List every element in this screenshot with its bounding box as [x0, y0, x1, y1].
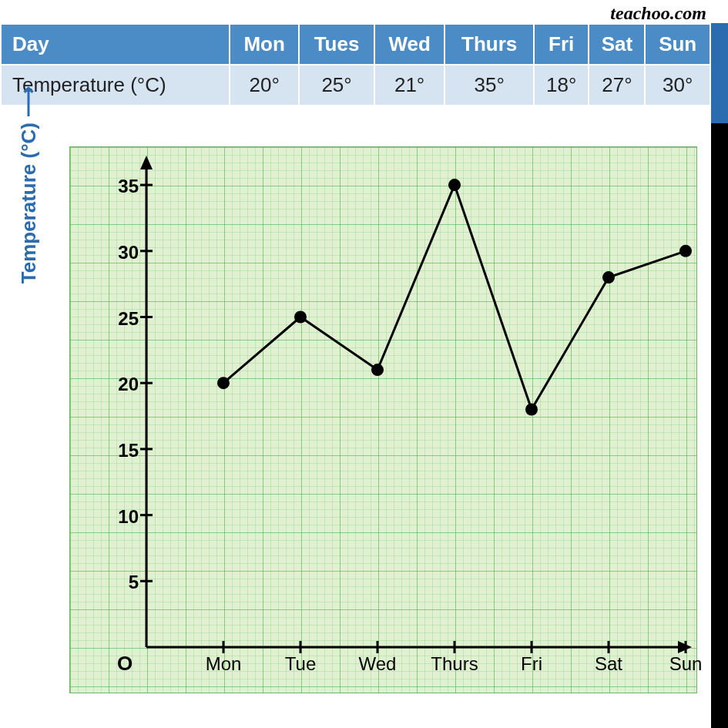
- header-sat: Sat: [589, 24, 645, 65]
- header-sun: Sun: [645, 24, 710, 65]
- svg-point-22: [525, 403, 538, 415]
- cell-wed: 21°: [374, 65, 445, 106]
- x-tick-label: Mon: [193, 653, 254, 675]
- cell-fri: 18°: [534, 65, 589, 106]
- x-tick-label: Thurs: [424, 653, 485, 675]
- svg-point-23: [602, 271, 615, 283]
- y-axis-label: Temperature (°C) ⟶: [15, 69, 41, 300]
- svg-point-24: [679, 245, 692, 257]
- cell-mon: 20°: [230, 65, 299, 106]
- x-tick-label: Tue: [270, 653, 331, 675]
- data-table: Day Mon Tues Wed Thurs Fri Sat Sun Tempe…: [0, 23, 711, 106]
- svg-point-19: [294, 311, 307, 324]
- site-logo: teachoo.com: [610, 3, 706, 24]
- header-thurs: Thurs: [445, 24, 534, 65]
- cell-tues: 25°: [299, 65, 374, 106]
- table-data-row: Temperature (°C) 20° 25° 21° 35° 18° 27°…: [1, 65, 710, 106]
- header-mon: Mon: [230, 24, 299, 65]
- y-tick-label: 35: [108, 176, 139, 197]
- y-tick-label: 30: [108, 242, 139, 263]
- content-area: Day Mon Tues Wed Thurs Fri Sat Sun Tempe…: [0, 23, 711, 106]
- up-arrow-icon: ⟶: [16, 86, 40, 117]
- header-day: Day: [1, 24, 230, 65]
- x-tick-label: Sat: [578, 653, 639, 675]
- x-tick-label: Sun: [655, 653, 716, 675]
- cell-sun: 30°: [645, 65, 710, 106]
- svg-point-20: [371, 364, 384, 376]
- header-wed: Wed: [374, 24, 445, 65]
- line-chart-svg: [69, 146, 697, 693]
- svg-point-21: [448, 179, 461, 191]
- y-tick-label: 5: [108, 572, 139, 593]
- cell-sat: 27°: [589, 65, 645, 106]
- svg-marker-1: [140, 156, 153, 169]
- decorative-right-strip: [711, 23, 728, 728]
- cell-thurs: 35°: [445, 65, 534, 106]
- origin-label: O: [117, 652, 133, 676]
- x-tick-label: Fri: [501, 653, 562, 675]
- x-tick-label: Wed: [347, 653, 408, 675]
- table-header-row: Day Mon Tues Wed Thurs Fri Sat Sun: [1, 24, 710, 65]
- header-fri: Fri: [534, 24, 589, 65]
- y-tick-label: 25: [108, 308, 139, 330]
- chart-area: Temperature (°C) ⟶ Day ⟶ 5101520253035Mo…: [69, 146, 697, 728]
- y-tick-label: 20: [108, 374, 139, 395]
- y-tick-label: 10: [108, 506, 139, 528]
- y-axis-text: Temperature (°C): [17, 122, 40, 283]
- svg-point-18: [217, 377, 230, 389]
- header-tues: Tues: [299, 24, 374, 65]
- y-tick-label: 15: [108, 440, 139, 461]
